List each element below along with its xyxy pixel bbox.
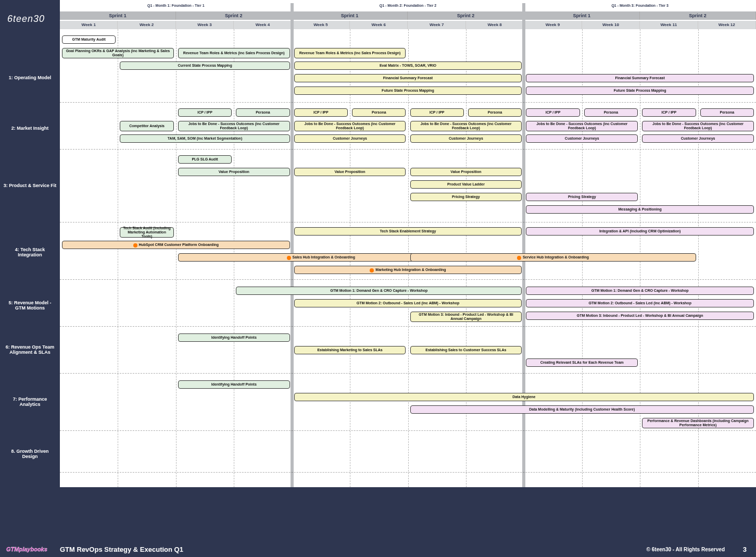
footer-brand: GTMplaybooks bbox=[6, 546, 47, 552]
sprints-header: Sprint 1Sprint 2Sprint 1Sprint 2Sprint 1… bbox=[60, 11, 756, 20]
gantt-task: Tech Stack Enablement Strategy bbox=[294, 227, 522, 236]
gantt-task: Current State Process Mapping bbox=[120, 61, 289, 70]
gantt-task: Identifying Handoff Points bbox=[178, 380, 290, 389]
row-label: 7: Performance Analytics bbox=[0, 383, 60, 420]
gantt-task: Jobs to Be Done - Success Outcomes (inc … bbox=[526, 121, 638, 131]
week-label: Week 2 bbox=[118, 21, 175, 29]
sprint-label: Sprint 1 bbox=[60, 11, 176, 20]
week-label: Week 10 bbox=[582, 21, 640, 29]
gantt-task: Identifying Handoff Points bbox=[178, 333, 290, 342]
month-label: Q1 - Month 3: Foundation - Tier 3 bbox=[524, 3, 756, 9]
gantt-task: ICP / IPP bbox=[526, 108, 579, 117]
row-label: 2: Market Insight bbox=[0, 107, 60, 149]
copyright: © 6teen30 - All Rights Reserved bbox=[647, 547, 725, 552]
gantt-task: Persona bbox=[584, 108, 638, 117]
sprint-label: Sprint 2 bbox=[176, 11, 292, 20]
gantt-task: ICP / IPP bbox=[294, 108, 348, 117]
gantt-task: Financial Summary Forecast bbox=[294, 74, 522, 82]
page-number: 3 bbox=[743, 546, 747, 553]
gantt-task: Tech Stack Audit (including Marketing Au… bbox=[120, 227, 173, 238]
row-label: 5: Revenue Model - GTM Motions bbox=[0, 287, 60, 324]
row-labels: 1: Operating Model2: Market Insight3: Pr… bbox=[0, 29, 60, 487]
gantt-task: Service Hub Integration & Onboarding bbox=[410, 253, 696, 262]
gantt-task: Goal Planning OKRs & GAP Analysis (inc M… bbox=[62, 48, 174, 58]
week-label: Week 3 bbox=[176, 21, 234, 29]
month-label: Q1 - Month 1: Foundation - Tier 1 bbox=[60, 3, 292, 9]
gantt-task: Customer Journeys bbox=[410, 134, 522, 143]
hubspot-icon bbox=[287, 256, 291, 260]
weeks-header: Week 1Week 2Week 3Week 4Week 5Week 6Week… bbox=[60, 21, 756, 29]
gantt-task: ICP / IPP bbox=[410, 108, 464, 117]
gantt-task: Value Proposition bbox=[294, 168, 406, 176]
gantt-task: Messaging & Positioning bbox=[526, 205, 754, 214]
gantt-task: GTM Motion 1: Demand Gen & CRO Capture -… bbox=[526, 287, 754, 295]
gantt-task: Jobs to Be Done - Success Outcomes (inc … bbox=[178, 121, 290, 131]
week-label: Week 4 bbox=[234, 21, 292, 29]
gantt-task: Pricing Strategy bbox=[410, 193, 522, 201]
gantt-task: GTM Motion 1: Demand Gen & CRO Capture -… bbox=[236, 287, 522, 295]
gantt-task: GTM Motion 3: Inbound - Product Led - Wo… bbox=[526, 312, 754, 320]
gantt-task: Persona bbox=[700, 108, 754, 117]
gantt-task: Competitor Analysis bbox=[120, 121, 173, 131]
gantt-task: Eval Matrix - TOWS, SOAR, VRIO bbox=[294, 61, 522, 70]
gantt-task: Revenue Team Roles & Metrics (inc Sales … bbox=[294, 48, 406, 58]
gantt-task: Persona bbox=[352, 108, 406, 117]
row-label: 4: Tech Stack Integration bbox=[0, 227, 60, 277]
gantt-task: Customer Journeys bbox=[294, 134, 406, 143]
gantt-task: GTM Motion 3: Inbound - Product Led - Wo… bbox=[410, 312, 522, 322]
hubspot-icon bbox=[133, 243, 137, 247]
page-footer: GTMplaybooks GTM RevOps Strategy & Execu… bbox=[0, 541, 756, 557]
gantt-task: GTM Motion 2: Outbound - Sales Led (inc … bbox=[526, 299, 754, 307]
week-label: Week 8 bbox=[466, 21, 524, 29]
week-label: Week 6 bbox=[350, 21, 408, 29]
hubspot-icon bbox=[517, 256, 521, 260]
gantt-task: Data Hygiene bbox=[294, 393, 754, 401]
sprint-label: Sprint 2 bbox=[640, 11, 756, 20]
week-label: Week 12 bbox=[698, 21, 756, 29]
row-label: 6: Revenue Ops Team Alignment & SLAs bbox=[0, 331, 60, 368]
sprint-label: Sprint 2 bbox=[408, 11, 524, 20]
gantt-task: Persona bbox=[236, 108, 289, 117]
gantt-task: Customer Journeys bbox=[526, 134, 638, 143]
gantt-task: HubSpot CRM Customer Platform Onboarding bbox=[62, 241, 290, 249]
week-label: Week 5 bbox=[292, 21, 350, 29]
gantt-task: GTM Motion 2: Outbound - Sales Led (inc … bbox=[294, 299, 522, 307]
gantt-task: Jobs to Be Done - Success Outcomes (inc … bbox=[294, 121, 406, 131]
gantt-task: Financial Summary Forecast bbox=[526, 74, 754, 82]
gantt-task: Product Value Ladder bbox=[410, 180, 522, 189]
gantt-task: Jobs to Be Done - Success Outcomes (inc … bbox=[642, 121, 754, 131]
week-label: Week 9 bbox=[524, 21, 582, 29]
row-label: 8. Growth Driven Design bbox=[0, 441, 60, 467]
gantt-task: Jobs to Be Done - Success Outcomes (inc … bbox=[410, 121, 522, 131]
week-label: Week 1 bbox=[60, 21, 118, 29]
gantt-task: Pricing Strategy bbox=[526, 193, 638, 201]
gantt-task: Customer Journeys bbox=[642, 134, 754, 143]
page-title: GTM RevOps Strategy & Execution Q1 bbox=[60, 546, 183, 553]
gantt-task: Value Proposition bbox=[410, 168, 522, 176]
sprint-label: Sprint 1 bbox=[524, 11, 640, 20]
gantt-task: Marketing Hub Integration & Onboarding bbox=[294, 266, 522, 274]
gantt-task: ICP / IPP bbox=[178, 108, 232, 117]
gantt-task: Persona bbox=[468, 108, 522, 117]
row-label: 3: Product & Service Fit bbox=[0, 157, 60, 214]
months-header: Q1 - Month 1: Foundation - Tier 1Q1 - Mo… bbox=[60, 3, 756, 9]
gantt-task: Future State Process Mapping bbox=[294, 86, 522, 95]
gantt-task: Revenue Team Roles & Metrics (inc Sales … bbox=[178, 48, 290, 58]
gantt-task: Establishing Sales to Customer Success S… bbox=[410, 346, 522, 354]
sprint-label: Sprint 1 bbox=[292, 11, 408, 20]
gantt-task: PLG SLG Audit bbox=[178, 155, 232, 164]
week-label: Week 7 bbox=[408, 21, 465, 29]
gantt-task: Establishing Marketing to Sales SLAs bbox=[294, 346, 406, 354]
gantt-task: ICP / IPP bbox=[642, 108, 696, 117]
gantt-task: Value Proposition bbox=[178, 168, 290, 176]
hubspot-icon bbox=[370, 268, 374, 273]
row-label: 1: Operating Model bbox=[0, 54, 60, 101]
gantt-task: Integration & API (including CRM Optimiz… bbox=[526, 227, 754, 236]
gantt-task: Creating Relevant SLAs for Each Revenue … bbox=[526, 358, 638, 367]
gantt-body: GTM Maturity AuditGoal Planning OKRs & G… bbox=[60, 29, 756, 487]
gantt-task: Future State Process Mapping bbox=[526, 86, 754, 95]
gantt-task: Performance & Revenue Dashboards (includ… bbox=[642, 418, 754, 428]
gantt-task: TAM, SAM, SOM (inc Market Segmentation) bbox=[120, 134, 289, 143]
week-label: Week 11 bbox=[640, 21, 698, 29]
gantt-task: Data Modelling & Maturity (including Cus… bbox=[410, 405, 754, 414]
